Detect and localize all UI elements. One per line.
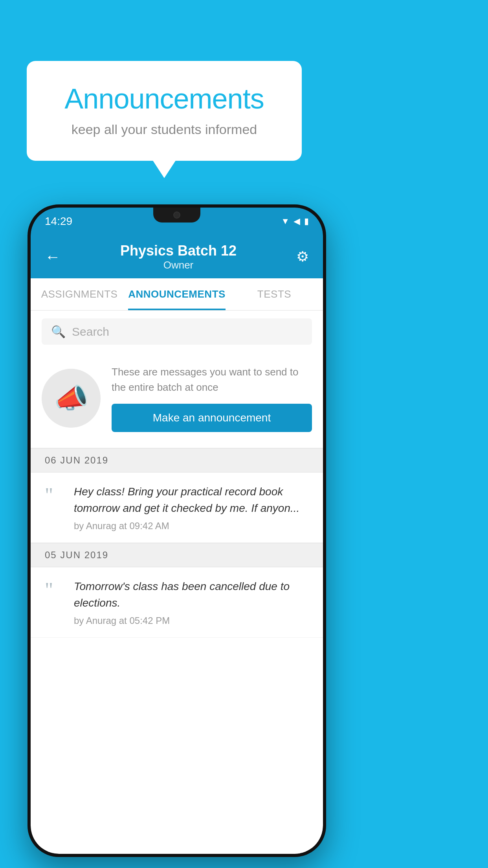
signal-icon: ◀ [294,216,300,226]
make-announcement-button[interactable]: Make an announcement [112,404,312,432]
phone-frame: 14:29 ▼ ◀ ▮ ← Physics Batch 12 Owner ⚙ A… [28,204,326,857]
speech-bubble-title: Announcements [50,83,278,115]
app-header: ← Physics Batch 12 Owner ⚙ [31,235,323,278]
settings-icon[interactable]: ⚙ [296,248,309,265]
status-bar: 14:29 ▼ ◀ ▮ [31,208,323,235]
announcement-message-2: Tomorrow's class has been cancelled due … [74,578,312,611]
promo-description: These are messages you want to send to t… [112,364,312,395]
tab-announcements[interactable]: ANNOUNCEMENTS [128,278,226,310]
date-separator-1: 06 JUN 2019 [31,448,323,473]
header-title-group: Physics Batch 12 Owner [120,243,237,271]
speech-bubble: Announcements keep all your students inf… [27,61,302,161]
speech-bubble-container: Announcements keep all your students inf… [27,61,302,161]
quote-icon-1: " [45,485,64,506]
megaphone-icon: 📣 [54,382,88,414]
search-bar: 🔍 Search [31,311,323,353]
status-icons: ▼ ◀ ▮ [281,216,309,226]
battery-icon: ▮ [304,216,309,226]
tabs-bar: ASSIGNMENTS ANNOUNCEMENTS TESTS [31,278,323,311]
announcement-item-1[interactable]: " Hey class! Bring your practical record… [31,473,323,543]
batch-title: Physics Batch 12 [120,243,237,259]
announcement-message-1: Hey class! Bring your practical record b… [74,484,312,517]
announcement-text-area-1: Hey class! Bring your practical record b… [74,484,312,531]
volume-up-button[interactable] [28,333,31,357]
tab-assignments[interactable]: ASSIGNMENTS [31,278,128,310]
announcement-item-2[interactable]: " Tomorrow's class has been cancelled du… [31,567,323,638]
wifi-icon: ▼ [281,216,290,226]
quote-icon-2: " [45,580,64,600]
role-label: Owner [120,259,237,271]
announcement-icon-circle: 📣 [42,369,101,428]
search-icon: 🔍 [51,325,66,338]
phone-notch [153,208,200,223]
search-input-wrapper[interactable]: 🔍 Search [42,318,312,345]
phone-screen: 14:29 ▼ ◀ ▮ ← Physics Batch 12 Owner ⚙ A… [31,208,323,854]
power-button[interactable] [323,353,326,396]
date-separator-2: 05 JUN 2019 [31,543,323,567]
announcement-text-area-2: Tomorrow's class has been cancelled due … [74,578,312,626]
status-time: 14:29 [45,215,72,228]
promo-text-area: These are messages you want to send to t… [112,364,312,432]
volume-down-button[interactable] [28,369,31,404]
phone-content: 🔍 Search 📣 These are messages you want t… [31,311,323,854]
back-button[interactable]: ← [45,248,61,266]
tab-tests[interactable]: TESTS [226,278,323,310]
announcement-meta-2: by Anurag at 05:42 PM [74,615,312,626]
promo-section: 📣 These are messages you want to send to… [31,353,323,448]
search-placeholder: Search [72,325,109,338]
announcement-meta-1: by Anurag at 09:42 AM [74,520,312,531]
speech-bubble-subtitle: keep all your students informed [50,122,278,137]
front-camera [173,211,180,219]
